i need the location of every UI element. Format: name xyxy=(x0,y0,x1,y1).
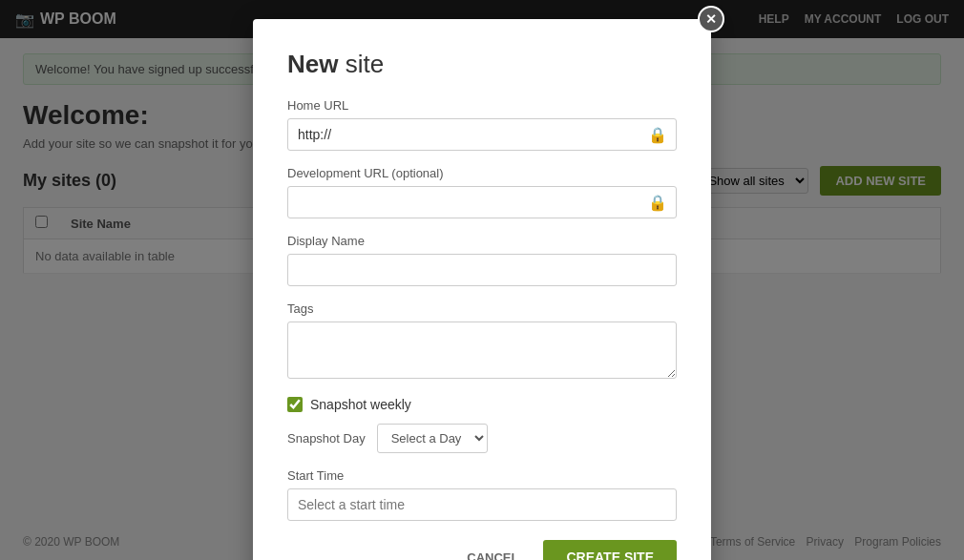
create-site-button[interactable]: CREATE SITE xyxy=(543,540,677,560)
start-time-input[interactable] xyxy=(287,488,677,521)
display-name-group: Display Name xyxy=(287,234,677,286)
display-name-label: Display Name xyxy=(287,234,677,248)
dev-url-lock-icon: 🔒 xyxy=(648,194,667,212)
start-time-group: Start Time xyxy=(287,468,677,521)
home-url-label: Home URL xyxy=(287,98,677,113)
tags-input[interactable] xyxy=(287,321,677,379)
modal-footer: CANCEL CREATE SITE xyxy=(287,540,677,560)
dev-url-group: Development URL (optional) 🔒 xyxy=(287,166,677,218)
cancel-button[interactable]: CANCEL xyxy=(453,540,532,560)
snapshot-weekly-checkbox[interactable] xyxy=(287,397,303,412)
dev-url-wrapper: 🔒 xyxy=(287,186,677,218)
modal-title: New site xyxy=(287,50,677,79)
home-url-input[interactable] xyxy=(287,118,677,151)
snapshot-day-label: Snapshot Day xyxy=(287,431,366,446)
snapshot-weekly-row: Snapshot weekly xyxy=(287,397,677,412)
new-site-modal: ✕ New site Home URL 🔒 Development URL (o… xyxy=(253,19,711,560)
modal-overlay: ✕ New site Home URL 🔒 Development URL (o… xyxy=(0,0,964,560)
display-name-input[interactable] xyxy=(287,254,677,286)
snapshot-day-row: Snapshot Day Select a Day Sunday Monday … xyxy=(287,424,677,453)
tags-group: Tags xyxy=(287,301,677,382)
dev-url-label: Development URL (optional) xyxy=(287,166,677,180)
dev-url-input[interactable] xyxy=(287,186,677,218)
tags-label: Tags xyxy=(287,301,677,316)
home-url-lock-icon: 🔒 xyxy=(648,126,667,144)
modal-close-button[interactable]: ✕ xyxy=(698,6,724,32)
start-time-label: Start Time xyxy=(287,468,677,483)
snapshot-day-select[interactable]: Select a Day Sunday Monday Tuesday Wedne… xyxy=(377,424,488,453)
home-url-wrapper: 🔒 xyxy=(287,118,677,151)
home-url-group: Home URL 🔒 xyxy=(287,98,677,151)
snapshot-weekly-label: Snapshot weekly xyxy=(310,397,411,412)
